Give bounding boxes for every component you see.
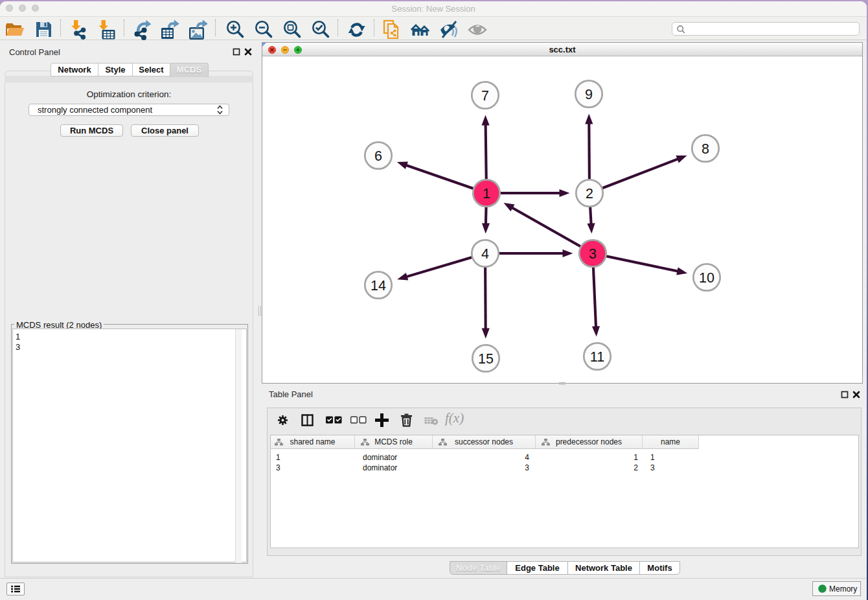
- svg-text:2: 2: [586, 186, 593, 202]
- svg-text:1: 1: [483, 186, 490, 202]
- svg-text:7: 7: [481, 88, 489, 104]
- svg-text:3: 3: [589, 246, 597, 262]
- svg-text:9: 9: [585, 87, 593, 102]
- svg-text:14: 14: [371, 278, 386, 294]
- svg-text:10: 10: [699, 270, 714, 286]
- svg-text:4: 4: [481, 246, 489, 262]
- svg-text:6: 6: [374, 148, 382, 164]
- svg-text:15: 15: [478, 351, 494, 367]
- svg-text:11: 11: [590, 349, 604, 365]
- svg-text:8: 8: [702, 141, 709, 157]
